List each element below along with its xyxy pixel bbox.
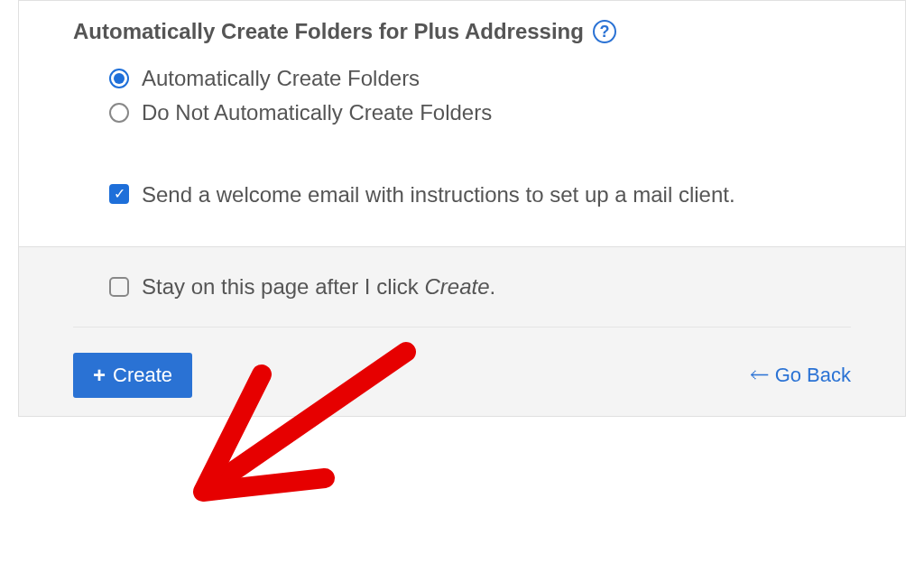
settings-panel: Automatically Create Folders for Plus Ad… (18, 0, 906, 417)
section-title-text: Automatically Create Folders for Plus Ad… (73, 19, 584, 44)
stay-on-page-checkbox[interactable] (109, 277, 129, 297)
welcome-email-checkbox[interactable]: ✓ (109, 184, 129, 204)
radio-label-do-not-create: Do Not Automatically Create Folders (142, 100, 492, 125)
welcome-email-row[interactable]: ✓ Send a welcome email with instructions… (73, 180, 851, 210)
radio-group: Automatically Create Folders Do Not Auto… (73, 66, 851, 125)
radio-input-do-not-create[interactable] (109, 103, 129, 123)
plus-icon: + (93, 364, 106, 386)
lower-section: Stay on this page after I click Create. … (19, 246, 905, 416)
go-back-link[interactable]: 🡐 Go Back (750, 364, 851, 387)
radio-label-auto-create: Automatically Create Folders (142, 66, 420, 91)
arrow-left-icon: 🡐 (750, 364, 770, 387)
radio-option-auto-create[interactable]: Automatically Create Folders (109, 66, 851, 91)
stay-on-page-label: Stay on this page after I click Create. (142, 274, 495, 300)
welcome-email-label: Send a welcome email with instructions t… (142, 180, 735, 210)
radio-option-do-not-create[interactable]: Do Not Automatically Create Folders (109, 100, 851, 125)
upper-section: Automatically Create Folders for Plus Ad… (19, 1, 905, 246)
button-row: + Create 🡐 Go Back (73, 328, 851, 398)
create-button[interactable]: + Create (73, 353, 192, 398)
go-back-label: Go Back (775, 364, 851, 387)
help-icon[interactable]: ? (593, 20, 616, 43)
create-button-label: Create (113, 364, 172, 387)
radio-input-auto-create[interactable] (109, 69, 129, 88)
section-title: Automatically Create Folders for Plus Ad… (73, 19, 851, 44)
stay-on-page-row[interactable]: Stay on this page after I click Create. (73, 274, 851, 328)
